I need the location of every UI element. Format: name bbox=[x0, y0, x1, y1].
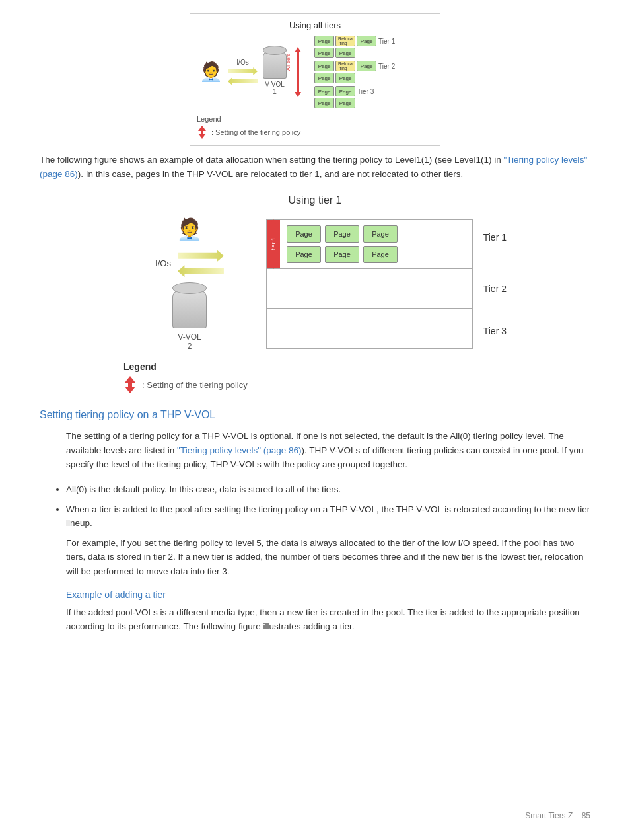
body-paragraph-1: The following figure shows an example of… bbox=[40, 153, 590, 181]
page-t3-3: Page bbox=[314, 98, 334, 108]
svg-marker-1 bbox=[198, 131, 206, 139]
vvol-label-top: V-VOL1 bbox=[265, 81, 284, 95]
arrow-right-large bbox=[178, 250, 224, 262]
page-t2-2: Page bbox=[357, 61, 376, 71]
person-icon-top: 🧑‍💼 bbox=[199, 63, 223, 81]
bullet-item-1: All(0) is the default policy. In this ca… bbox=[66, 482, 590, 497]
section-body-paragraph: The setting of a tiering policy for a TH… bbox=[66, 429, 590, 472]
top-diagram-wrapper: Using all tiers 🧑‍💼 I/Os V bbox=[40, 13, 590, 146]
page-t1-2: Page bbox=[357, 36, 376, 46]
tier3-section bbox=[267, 309, 472, 348]
tier1-label-right: Tier 1 bbox=[483, 232, 507, 243]
tier1-label-sm: Tier 1 bbox=[378, 38, 395, 45]
legend-text-small: : Setting of the tiering policy bbox=[211, 128, 300, 136]
all-tiers-label: All tiers bbox=[285, 54, 291, 71]
top-diagram: Using all tiers 🧑‍💼 I/Os V bbox=[190, 13, 440, 146]
legend-small: Legend : Setting of the tiering policy bbox=[197, 115, 433, 139]
page-lg-5: Page bbox=[325, 246, 359, 263]
tiers-container-large: tier 1 Page Page Page bbox=[266, 219, 473, 349]
tier3-label-right: Tier 3 bbox=[483, 326, 507, 336]
page-t3-4: Page bbox=[335, 98, 355, 108]
tier2-label-right: Tier 2 bbox=[483, 284, 507, 294]
page-lg-6: Page bbox=[363, 246, 398, 263]
page-lg-2: Page bbox=[325, 225, 359, 243]
bullet-list: All(0) is the default policy. In this ca… bbox=[66, 482, 590, 579]
ios-label-large: I/Os bbox=[155, 258, 171, 268]
page-t3-1: Page bbox=[314, 86, 334, 96]
large-diagram-container: Using tier 1 🧑‍💼 I/Os bbox=[40, 194, 590, 393]
arrow-left-top bbox=[228, 77, 258, 85]
page-t2-1: Page bbox=[314, 61, 334, 71]
arrow-right-top bbox=[228, 67, 258, 75]
page-lg-3: Page bbox=[363, 225, 398, 243]
legend-large-text: : Setting of the tiering policy bbox=[142, 380, 248, 390]
large-diagram-title: Using tier 1 bbox=[123, 194, 507, 206]
legend-arrow-icon-small bbox=[197, 126, 207, 139]
sub-section-header: Example of adding a tier bbox=[66, 590, 590, 600]
tiering-policy-link-2[interactable]: "Tiering policy levels" (page 86) bbox=[177, 445, 301, 455]
page-t2-4: Page bbox=[335, 73, 355, 83]
indented-para: For example, if you set the tiering poli… bbox=[66, 536, 590, 579]
tier3-label-sm: Tier 3 bbox=[357, 88, 374, 95]
top-diagram-title: Using all tiers bbox=[197, 20, 433, 30]
tier2-section bbox=[267, 269, 472, 309]
tier-labels-right: Tier 1 Tier 2 Tier 3 bbox=[483, 221, 507, 347]
tier2-label-sm: Tier 2 bbox=[378, 63, 395, 70]
page-lg-4: Page bbox=[287, 246, 321, 263]
body-text-1a: The following figure shows an example of… bbox=[40, 155, 503, 165]
tier1-section: tier 1 Page Page Page bbox=[267, 220, 472, 269]
vvol-label-large: V-VOL2 bbox=[178, 332, 201, 351]
person-icon-large: 🧑‍💼 bbox=[176, 217, 203, 242]
svg-marker-3 bbox=[125, 383, 135, 393]
bullet-item-2: When a tier is added to the pool after s… bbox=[66, 502, 590, 579]
large-diagram: Using tier 1 🧑‍💼 I/Os bbox=[123, 194, 507, 393]
reloc2-label: Reloca-ting bbox=[335, 61, 355, 71]
tier1-bar-text: tier 1 bbox=[270, 237, 277, 250]
sub-section-body: If the added pool-VOLs is a different me… bbox=[66, 605, 590, 634]
footer-text: Smart Tiers Z bbox=[525, 811, 573, 820]
tier1-pages: Page Page Page Page Page Page bbox=[280, 220, 404, 268]
page-lg-1: Page bbox=[287, 225, 321, 243]
legend-large-title: Legend bbox=[123, 362, 507, 372]
legend-large: Legend : Setting of the tiering policy bbox=[123, 362, 507, 393]
arrow-left-large bbox=[178, 265, 224, 277]
page-t1-3: Page bbox=[314, 48, 334, 58]
ios-label-top: I/Os bbox=[236, 59, 248, 66]
section-header: Setting tiering policy on a THP V-VOL bbox=[40, 409, 590, 421]
reloc-label: Reloca-ting bbox=[335, 36, 355, 46]
page-t1-4: Page bbox=[335, 48, 355, 58]
page-t3-2: Page bbox=[335, 86, 355, 96]
page-footer: Smart Tiers Z 85 bbox=[525, 811, 590, 820]
bullet-item-2-text: When a tier is added to the pool after s… bbox=[66, 504, 590, 529]
page-t1-1: Page bbox=[314, 36, 334, 46]
page-content: Using all tiers 🧑‍💼 I/Os V bbox=[40, 13, 590, 634]
body-text-1b: ). In this case, pages in the THP V-VOL … bbox=[78, 169, 464, 179]
legend-arrow-icon-large bbox=[123, 376, 137, 393]
footer-page: 85 bbox=[582, 811, 590, 820]
legend-large-item: : Setting of the tiering policy bbox=[123, 376, 507, 393]
page-t2-3: Page bbox=[314, 73, 334, 83]
